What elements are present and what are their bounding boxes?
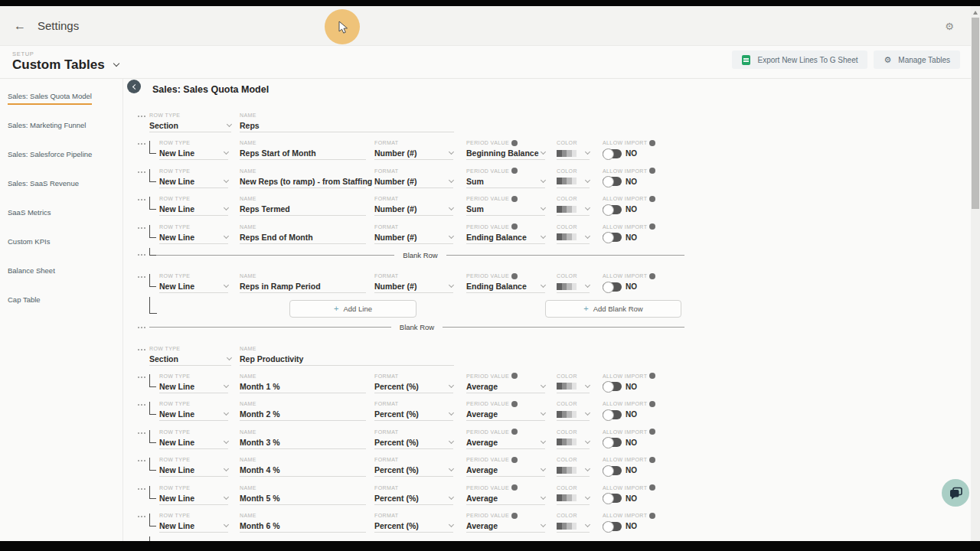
name-input[interactable]: Reps in Ramp Period	[240, 280, 366, 293]
color-select[interactable]	[557, 492, 590, 505]
format-select[interactable]: Number (#)	[374, 203, 453, 216]
export-gsheet-button[interactable]: Export New Lines To G Sheet	[732, 51, 867, 69]
drag-handle-icon[interactable]	[138, 143, 149, 145]
row-type-select[interactable]: New Line	[159, 175, 228, 188]
row-type-select[interactable]: New Line	[159, 436, 228, 449]
info-icon[interactable]	[649, 196, 655, 202]
scrollbar[interactable]	[971, 6, 980, 541]
period-value-select[interactable]: Average	[466, 436, 545, 449]
row-type-select[interactable]: New Line	[159, 408, 228, 421]
color-select[interactable]	[557, 175, 590, 188]
name-input[interactable]: Rep Productivity	[240, 353, 454, 366]
color-select[interactable]	[557, 231, 590, 244]
format-select[interactable]: Percent (%)	[374, 408, 453, 421]
allow-import-toggle[interactable]	[603, 382, 622, 391]
name-input[interactable]: Month 2 %	[240, 408, 366, 421]
drag-handle-icon[interactable]	[138, 377, 149, 378]
row-type-select[interactable]: New Line	[159, 464, 228, 477]
add-line-button[interactable]: + Add Line	[289, 300, 416, 318]
allow-import-toggle[interactable]	[603, 494, 622, 503]
custom-tables-dropdown[interactable]: Custom Tables	[12, 57, 119, 73]
color-select[interactable]	[557, 280, 590, 293]
period-value-select[interactable]: Beginning Balance	[466, 147, 545, 160]
name-input[interactable]: Reps Start of Month	[240, 147, 366, 160]
name-input[interactable]: Reps End of Month	[240, 231, 366, 244]
period-value-select[interactable]: Sum	[466, 203, 545, 216]
format-select[interactable]: Percent (%)	[374, 464, 453, 477]
allow-import-toggle[interactable]	[603, 205, 622, 214]
info-icon[interactable]	[649, 429, 655, 435]
info-icon[interactable]	[511, 373, 518, 379]
info-icon[interactable]	[649, 273, 655, 279]
period-value-select[interactable]: Average	[466, 380, 545, 393]
sidebar-item[interactable]: Balance Sheet	[0, 256, 122, 285]
period-value-select[interactable]: Average	[466, 520, 545, 533]
color-select[interactable]	[557, 147, 590, 160]
sidebar-item[interactable]: Sales: SaaS Revenue	[0, 168, 122, 197]
sidebar-item[interactable]: SaaS Metrics	[0, 197, 122, 227]
allow-import-toggle[interactable]	[603, 149, 622, 158]
color-select[interactable]	[557, 380, 590, 393]
info-icon[interactable]	[511, 273, 518, 279]
format-select[interactable]: Percent (%)	[374, 436, 453, 449]
name-input[interactable]: Month 5 %	[240, 492, 366, 505]
info-icon[interactable]	[511, 168, 518, 174]
row-type-select[interactable]: New Line	[159, 280, 228, 293]
allow-import-toggle[interactable]	[603, 282, 622, 292]
manage-tables-button[interactable]: ⚙ Manage Tables	[874, 51, 960, 69]
allow-import-toggle[interactable]	[603, 233, 622, 242]
row-type-select[interactable]: Section	[149, 353, 231, 366]
info-icon[interactable]	[511, 457, 518, 463]
drag-handle-icon[interactable]	[138, 349, 149, 350]
row-type-select[interactable]: Section	[149, 119, 231, 132]
sidebar-item[interactable]: Sales: Salesforce Pipeline	[0, 139, 122, 168]
allow-import-toggle[interactable]	[603, 438, 622, 447]
gear-icon[interactable]: ⚙	[945, 20, 954, 31]
drag-handle-icon[interactable]	[138, 488, 149, 490]
drag-handle-icon[interactable]	[138, 171, 149, 173]
row-type-select[interactable]: New Line	[159, 203, 228, 216]
allow-import-toggle[interactable]	[603, 522, 622, 531]
color-select[interactable]	[557, 436, 590, 449]
drag-handle-icon[interactable]	[138, 116, 149, 117]
period-value-select[interactable]: Average	[466, 492, 545, 505]
period-value-select[interactable]: Ending Balance	[466, 280, 545, 293]
drag-handle-icon[interactable]	[138, 199, 149, 201]
allow-import-toggle[interactable]	[603, 177, 622, 186]
name-input[interactable]: Reps Termed	[240, 203, 366, 216]
back-arrow-icon[interactable]: ←	[14, 19, 26, 33]
format-select[interactable]: Number (#)	[374, 147, 453, 160]
drag-handle-icon[interactable]	[138, 327, 149, 328]
name-input[interactable]: Month 4 %	[240, 464, 366, 477]
info-icon[interactable]	[649, 457, 655, 463]
info-icon[interactable]	[511, 484, 518, 491]
format-select[interactable]: Percent (%)	[374, 520, 453, 533]
drag-handle-icon[interactable]	[138, 460, 149, 461]
format-select[interactable]: Percent (%)	[374, 380, 453, 393]
drag-handle-icon[interactable]	[138, 432, 149, 434]
allow-import-toggle[interactable]	[603, 410, 622, 419]
color-select[interactable]	[557, 203, 590, 216]
info-icon[interactable]	[511, 429, 518, 435]
info-icon[interactable]	[649, 513, 655, 519]
sidebar-item[interactable]: Cap Table	[0, 285, 122, 314]
row-type-select[interactable]: New Line	[159, 492, 228, 505]
sidebar-item[interactable]: Sales: Sales Quota Model	[0, 81, 122, 110]
info-icon[interactable]	[511, 401, 518, 407]
period-value-select[interactable]: Sum	[466, 175, 545, 188]
add-blank-row-button[interactable]: + Add Blank Row	[545, 300, 681, 318]
row-type-select[interactable]: New Line	[159, 520, 228, 533]
scrollbar-thumb[interactable]	[972, 18, 979, 209]
period-value-select[interactable]: Average	[466, 408, 545, 421]
color-select[interactable]	[557, 464, 590, 477]
name-input[interactable]: Month 6 %	[240, 520, 366, 533]
drag-handle-icon[interactable]	[138, 516, 149, 517]
drag-handle-icon[interactable]	[138, 254, 149, 256]
format-select[interactable]: Number (#)	[374, 280, 453, 293]
row-type-select[interactable]: New Line	[159, 147, 228, 160]
drag-handle-icon[interactable]	[138, 276, 149, 278]
drag-handle-icon[interactable]	[138, 227, 149, 229]
row-type-select[interactable]: New Line	[159, 231, 228, 244]
format-select[interactable]: Number (#)	[374, 175, 453, 188]
info-icon[interactable]	[511, 223, 518, 230]
